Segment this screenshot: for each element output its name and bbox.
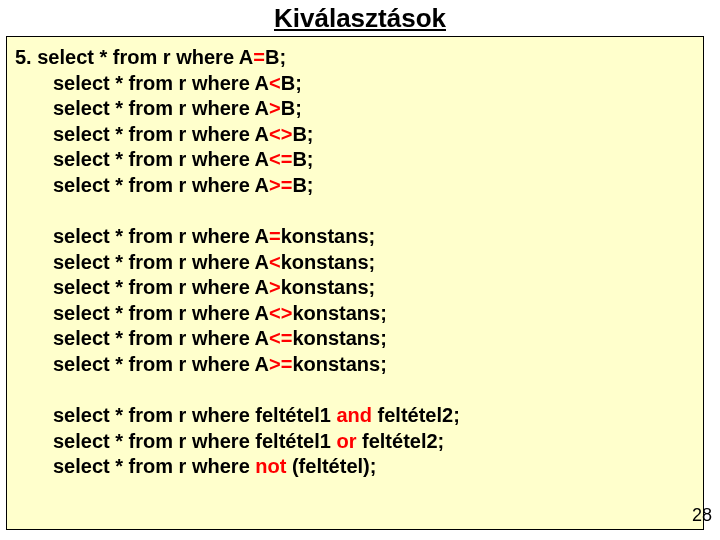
code-line: 5. select * from r where A=B; — [11, 45, 699, 71]
operator: <> — [269, 123, 292, 145]
code-line: select * from r where not (feltétel); — [11, 454, 699, 480]
operator: > — [269, 276, 281, 298]
code-line: select * from r where A<B; — [11, 71, 699, 97]
code-line: select * from r where A<=B; — [11, 147, 699, 173]
code-line: select * from r where A>B; — [11, 96, 699, 122]
operator: >= — [269, 174, 292, 196]
code-line: select * from r where A=konstans; — [11, 224, 699, 250]
code-box: 5. select * from r where A=B; select * f… — [6, 36, 704, 530]
operator: > — [269, 97, 281, 119]
keyword: or — [336, 430, 356, 452]
operator: <= — [269, 148, 292, 170]
slide: Kiválasztások 5. select * from r where A… — [0, 0, 720, 540]
code-line: select * from r where A<=konstans; — [11, 326, 699, 352]
keyword: not — [255, 455, 286, 477]
list-number: 5. — [15, 46, 37, 68]
slide-title: Kiválasztások — [0, 0, 720, 34]
page-number: 28 — [692, 505, 712, 526]
operator: = — [253, 46, 265, 68]
code-line: select * from r where A<>B; — [11, 122, 699, 148]
operator: >= — [269, 353, 292, 375]
code-line: select * from r where A<konstans; — [11, 250, 699, 276]
keyword: and — [336, 404, 372, 426]
operator: < — [269, 251, 281, 273]
code-line: select * from r where A<>konstans; — [11, 301, 699, 327]
operator: = — [269, 225, 281, 247]
code-line: select * from r where feltétel1 or felté… — [11, 429, 699, 455]
code-line: select * from r where feltétel1 and felt… — [11, 403, 699, 429]
code-line: select * from r where A>=B; — [11, 173, 699, 199]
spacer — [11, 377, 699, 403]
spacer — [11, 198, 699, 224]
operator: <> — [269, 302, 292, 324]
code-line: select * from r where A>=konstans; — [11, 352, 699, 378]
code-line: select * from r where A>konstans; — [11, 275, 699, 301]
operator: < — [269, 72, 281, 94]
operator: <= — [269, 327, 292, 349]
